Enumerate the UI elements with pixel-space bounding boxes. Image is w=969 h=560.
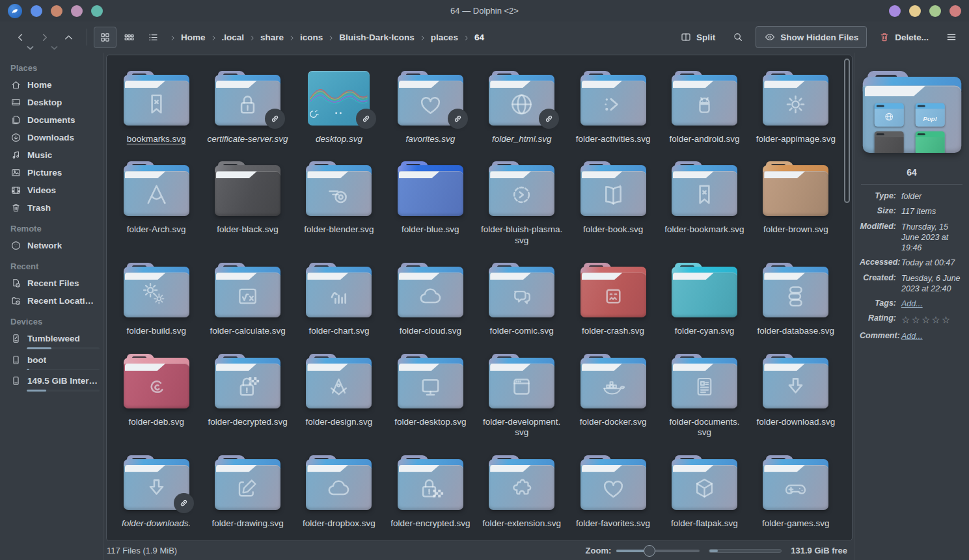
sidebar-item-network[interactable]: Network: [5, 237, 103, 254]
file-item-folder-extension-svg[interactable]: folder-extension.svg: [476, 455, 567, 541]
file-item-folder-bookmark-svg[interactable]: folder-bookmark.svg: [659, 161, 750, 263]
add-link[interactable]: Add...: [901, 299, 964, 309]
sidebar-item-recent-locations[interactable]: Recent Locations: [5, 293, 103, 309]
folder-icon: [398, 161, 463, 216]
file-item-folder-download-svg[interactable]: folder-download.svg: [750, 354, 841, 455]
sidebar-item-downloads[interactable]: Downloads: [5, 129, 103, 146]
titlebar-right-dot-3[interactable]: [929, 5, 941, 17]
view-details-button[interactable]: [142, 27, 165, 48]
breadcrumb-segment-icons[interactable]: icons: [296, 29, 327, 46]
file-item-folder-drawing-svg[interactable]: folder-drawing.svg: [202, 455, 293, 541]
add-link[interactable]: Add...: [901, 331, 964, 341]
sidebar-item-desktop[interactable]: Desktop: [5, 94, 103, 111]
file-item-folder-decrypted-svg[interactable]: folder-decrypted.svg: [202, 354, 293, 455]
file-item-folder-black-svg[interactable]: folder-black.svg: [202, 161, 293, 263]
file-item-folder-design-svg[interactable]: folder-design.svg: [293, 354, 385, 455]
hamburger-icon: [946, 31, 957, 43]
split-button[interactable]: Split: [675, 27, 720, 47]
back-history-caret[interactable]: [24, 42, 31, 48]
file-item-folder-crash-svg[interactable]: folder-crash.svg: [567, 263, 659, 353]
file-item-desktop-svg[interactable]: desktop.svg: [293, 71, 385, 161]
show-hidden-files-button[interactable]: Show Hidden Files: [756, 26, 867, 48]
titlebar-left-dot-1[interactable]: [31, 5, 42, 17]
file-item-folder-arch-svg[interactable]: folder-Arch.svg: [111, 161, 202, 263]
file-item-folder-docker-svg[interactable]: folder-docker.svg: [567, 354, 659, 455]
sidebar-item-music[interactable]: Music: [5, 147, 103, 163]
file-item-folder-comic-svg[interactable]: folder-comic.svg: [476, 263, 567, 353]
breadcrumb-segment-64[interactable]: 64: [471, 29, 491, 46]
zoom-slider-knob[interactable]: [644, 545, 655, 557]
file-item-bookmarks-svg[interactable]: bookmarks.svg: [111, 71, 202, 161]
zoom-slider[interactable]: [616, 545, 700, 557]
dolphin-window: 64 — Dolphin <2> Home.localshareiconsBlu…: [0, 0, 969, 560]
sidebar-item-videos[interactable]: Videos: [5, 182, 103, 198]
file-item-folder-blue-svg[interactable]: folder-blue.svg: [385, 161, 476, 263]
breadcrumb: Home.localshareiconsBluish-Dark-Iconspla…: [169, 29, 674, 46]
titlebar-right-dot-4[interactable]: [949, 5, 961, 17]
file-name-label: folder-desktop.svg: [394, 417, 466, 427]
file-item-folder-deb-svg[interactable]: folder-deb.svg: [111, 354, 202, 455]
file-item-folder-blender-svg[interactable]: folder-blender.svg: [293, 161, 385, 263]
view-icons-button[interactable]: [94, 27, 116, 48]
file-item-folder-documents-[interactable]: folder-documents.svg: [659, 354, 750, 455]
titlebar-right-dot-1[interactable]: [889, 5, 901, 17]
file-item-folder-build-svg[interactable]: folder-build.svg: [111, 263, 202, 353]
file-name-label: folder-chart.svg: [308, 326, 369, 336]
forward-button[interactable]: [33, 27, 56, 48]
file-item-folder-html-svg[interactable]: folder_html.svg: [476, 71, 567, 161]
sidebar-item-label: 149.5 GiB Internal …: [27, 376, 98, 386]
file-item-folder-games-svg[interactable]: folder-games.svg: [750, 455, 841, 541]
file-item-folder-flatpak-svg[interactable]: folder-flatpak.svg: [659, 455, 750, 541]
file-item-folder-activities-svg[interactable]: folder-activities.svg: [567, 71, 659, 161]
search-button[interactable]: [727, 27, 749, 47]
file-item-folder-favorites-svg[interactable]: folder-favorites.svg: [567, 455, 659, 541]
sidebar-item-boot[interactable]: boot: [5, 352, 103, 368]
sidebar-item-recent-files[interactable]: Recent Files: [5, 275, 103, 291]
file-item-folder-encrypted-svg[interactable]: folder-encrypted.svg: [385, 455, 476, 541]
forward-history-caret[interactable]: [48, 42, 55, 48]
vertical-scrollbar[interactable]: [843, 57, 850, 539]
menu-button[interactable]: [940, 27, 962, 47]
symlink-emblem-icon: [356, 109, 376, 129]
titlebar: 64 — Dolphin <2>: [0, 0, 969, 21]
file-item-folder-bluish-plasma-[interactable]: folder-bluish-plasma.svg: [476, 161, 567, 263]
breadcrumb-segment--local[interactable]: .local: [218, 29, 249, 46]
sidebar-item-pictures[interactable]: Pictures: [5, 165, 103, 181]
sidebar-item-documents[interactable]: Documents: [5, 112, 103, 128]
titlebar-left-dot-4[interactable]: [91, 5, 103, 17]
file-item-folder-desktop-svg[interactable]: folder-desktop.svg: [385, 354, 476, 455]
file-item-folder-downloads-[interactable]: folder-downloads.: [111, 455, 202, 541]
dolphin-app-icon[interactable]: [8, 4, 22, 18]
file-item-folder-cyan-svg[interactable]: folder-cyan.svg: [659, 263, 750, 353]
up-button[interactable]: [57, 27, 80, 48]
file-item-certificate-server-svg[interactable]: certificate-server.svg: [202, 71, 293, 161]
back-button[interactable]: [9, 27, 32, 48]
sidebar-item-trash[interactable]: Trash: [5, 200, 103, 216]
sidebar-item-tumbleweed[interactable]: Tumbleweed: [5, 330, 103, 347]
delete-button[interactable]: Delete...: [873, 27, 934, 47]
file-item-folder-cloud-svg[interactable]: folder-cloud.svg: [385, 263, 476, 353]
file-item-folder-brown-svg[interactable]: folder-brown.svg: [750, 161, 841, 263]
breadcrumb-segment-home[interactable]: Home: [177, 29, 210, 46]
titlebar-left-dot-2[interactable]: [51, 5, 62, 17]
file-item-folder-appimage-svg[interactable]: folder-appimage.svg: [750, 71, 841, 161]
file-item-folder-chart-svg[interactable]: folder-chart.svg: [293, 263, 385, 353]
file-item-folder-android-svg[interactable]: folder-android.svg: [659, 71, 750, 161]
sidebar-item-149-5-gib-internal-[interactable]: 149.5 GiB Internal …: [5, 373, 103, 389]
file-item-favorites-svg[interactable]: favorites.svg: [385, 71, 476, 161]
sidebar-item-home[interactable]: Home: [5, 77, 103, 93]
file-item-folder-dropbox-svg[interactable]: folder-dropbox.svg: [293, 455, 385, 541]
titlebar-left-dot-3[interactable]: [71, 5, 83, 17]
file-item-folder-calculate-svg[interactable]: folder-calculate.svg: [202, 263, 293, 353]
file-item-folder-development-[interactable]: folder-development.svg: [476, 354, 567, 455]
rating-stars[interactable]: ☆☆☆☆☆: [901, 313, 964, 327]
titlebar-right-dot-2[interactable]: [909, 5, 921, 17]
file-item-folder-database-svg[interactable]: folder-database.svg: [750, 263, 841, 353]
view-compact-button[interactable]: [118, 27, 141, 48]
scrollbar-thumb[interactable]: [844, 59, 850, 203]
file-item-folder-book-svg[interactable]: folder-book.svg: [567, 161, 659, 263]
breadcrumb-segment-bluish-dark-icons[interactable]: Bluish-Dark-Icons: [335, 29, 418, 46]
symlink-emblem-icon: [174, 493, 194, 513]
breadcrumb-segment-places[interactable]: places: [427, 29, 462, 46]
breadcrumb-segment-share[interactable]: share: [256, 29, 288, 46]
